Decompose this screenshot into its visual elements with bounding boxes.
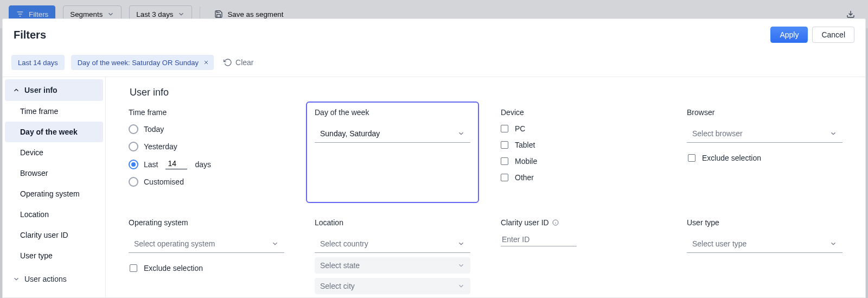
device-option-tablet[interactable]: Tablet [501,141,656,149]
checkbox-icon [501,141,508,149]
filters-button-label: Filters [29,10,48,18]
os-placeholder: Select operating system [134,239,215,248]
clear-label: Clear [235,58,253,67]
sidebar-group-user-actions-label: User actions [24,275,67,283]
chevron-down-icon [457,262,465,269]
os-dropdown[interactable]: Select operating system [129,234,284,253]
checkbox-icon [501,174,508,181]
cancel-button[interactable]: Cancel [812,27,854,43]
location-title: Location [315,218,470,227]
time-frame-option-yesterday[interactable]: Yesterday [129,142,284,151]
cell-operating-system: Operating system Select operating system… [129,218,284,294]
chevron-down-icon [177,10,185,18]
filters-modal: Filters Apply Cancel Last 14 days Day of… [2,18,866,298]
last-suffix: days [195,160,211,169]
cell-user-type: User type Select user type [687,218,843,294]
filter-category-sidebar[interactable]: User info Time frame Day of the week Dev… [3,77,106,297]
chevron-down-icon [457,240,465,248]
os-exclude-label: Exclude selection [144,264,203,272]
sidebar-item-browser[interactable]: Browser [5,163,103,183]
radio-label: Customised [144,177,184,186]
cell-time-frame: Time frame Today Yesterday Last days [129,108,284,194]
download-icon [846,10,855,18]
dow-title: Day of the week [315,108,470,117]
apply-button[interactable]: Apply [770,27,808,43]
active-filter-chips: Last 14 days Day of the week: Saturday O… [3,50,865,77]
chevron-down-icon [829,240,837,248]
time-frame-option-customised[interactable]: Customised [129,177,284,187]
panel-heading: User info [130,87,843,98]
last-n-days-input[interactable] [165,159,187,169]
browser-dropdown[interactable]: Select browser [687,124,843,143]
clear-filters-button[interactable]: Clear [220,58,257,67]
radio-label: Today [144,125,164,134]
sidebar-group-user-info-label: User info [24,86,58,94]
radio-icon [129,160,138,169]
radio-icon [129,177,138,187]
save-icon [214,10,223,18]
checkbox-icon [501,125,508,132]
os-title: Operating system [129,218,284,227]
user-type-title: User type [687,218,843,227]
location-state-placeholder: Select state [320,261,360,270]
chip-date[interactable]: Last 14 days [11,55,65,70]
device-option-label: Other [515,173,534,182]
sidebar-item-operating-system[interactable]: Operating system [5,183,103,204]
sidebar-group-user-info[interactable]: User info [5,79,103,101]
location-state-dropdown: Select state [315,257,470,274]
modal-body: User info Time frame Day of the week Dev… [3,77,865,297]
remove-chip-icon[interactable] [203,59,209,66]
chip-dow-label: Day of the week: Saturday OR Sunday [78,59,199,67]
date-range-button-label: Last 3 days [136,10,173,18]
time-frame-title: Time frame [129,108,284,117]
segments-button-label: Segments [70,10,103,18]
sidebar-item-user-type[interactable]: User type [5,245,103,266]
time-frame-option-today[interactable]: Today [129,124,284,134]
sidebar-item-day-of-the-week[interactable]: Day of the week [5,122,103,142]
info-icon[interactable] [552,219,559,226]
time-frame-option-last-n-days[interactable]: Last days [129,159,284,169]
chevron-down-icon [457,130,465,137]
radio-label: Yesterday [144,142,177,151]
checkbox-icon [130,264,137,272]
cell-browser: Browser Select browser Exclude selection [687,108,843,194]
last-prefix: Last [144,160,158,169]
chevron-up-icon [12,86,20,94]
location-city-placeholder: Select city [320,282,355,290]
sidebar-item-device[interactable]: Device [5,142,103,163]
device-title: Device [501,108,656,117]
sidebar-group-user-actions[interactable]: User actions [5,268,103,290]
filter-lines-icon [16,10,24,18]
modal-title: Filters [14,29,46,41]
cell-clarity-user-id: Clarity user ID [501,218,656,294]
dow-dropdown[interactable]: Sunday, Saturday [315,124,470,143]
modal-header: Filters Apply Cancel [3,19,865,50]
device-option-label: Mobile [515,157,537,166]
chevron-down-icon [829,130,837,137]
chip-day-of-week[interactable]: Day of the week: Saturday OR Sunday [71,55,214,70]
radio-icon [129,142,138,151]
cell-location: Location Select country Select state [315,218,470,294]
modal-header-actions: Apply Cancel [770,27,854,43]
device-option-mobile[interactable]: Mobile [501,157,656,166]
sidebar-item-clarity-user-id[interactable]: Clarity user ID [5,225,103,245]
sidebar-item-time-frame[interactable]: Time frame [5,101,103,122]
device-option-pc[interactable]: PC [501,124,656,133]
clarity-title-label: Clarity user ID [501,218,549,227]
chip-date-label: Last 14 days [18,59,58,67]
dow-value: Sunday, Saturday [320,129,380,138]
chevron-down-icon [12,275,20,283]
cell-day-of-the-week: Day of the week Sunday, Saturday [306,102,479,203]
cell-device: Device PC Tablet Mobile [501,108,656,194]
browser-exclude-label: Exclude selection [702,154,761,162]
chevron-down-icon [107,10,114,18]
os-exclude-row[interactable]: Exclude selection [129,264,284,272]
device-option-other[interactable]: Other [501,173,656,182]
location-country-dropdown[interactable]: Select country [315,234,470,253]
user-type-dropdown[interactable]: Select user type [687,234,843,253]
sidebar-item-location[interactable]: Location [5,204,103,225]
browser-exclude-row[interactable]: Exclude selection [687,154,843,162]
filters-grid: Time frame Today Yesterday Last days [129,108,843,294]
clarity-id-input[interactable] [501,234,577,246]
device-option-label: PC [515,124,525,133]
